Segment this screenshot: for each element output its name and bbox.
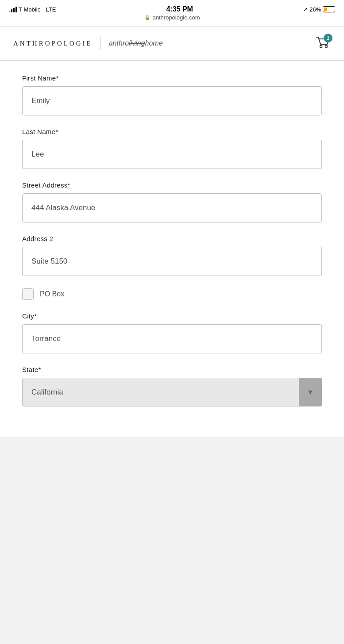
address2-input[interactable] — [22, 247, 322, 276]
city-input[interactable] — [22, 324, 322, 353]
living-text: living — [129, 39, 145, 47]
state-select[interactable]: California Alabama Alaska Arizona Arkans… — [22, 378, 322, 406]
last-name-group: Last Name* — [22, 128, 322, 169]
cart-badge: 1 — [324, 34, 332, 42]
city-label: City* — [22, 312, 322, 320]
battery-icon — [323, 6, 335, 12]
cart-button[interactable]: 1 — [315, 35, 331, 51]
logo-divider — [100, 37, 101, 50]
battery-indicator: ↗ 26% — [303, 6, 335, 13]
lock-icon: 🔒 — [144, 15, 151, 20]
state-group: State* California Alabama Alaska Arizona… — [22, 366, 322, 406]
last-name-label: Last Name* — [22, 128, 322, 135]
po-box-checkbox[interactable] — [22, 288, 34, 300]
status-time: 4:35 PM — [166, 5, 193, 13]
address2-label: Address 2 — [22, 235, 322, 242]
address2-group: Address 2 — [22, 235, 322, 276]
anthropologie-logo[interactable]: ANTHROPOLOGIE — [13, 40, 93, 47]
location-icon: ↗ — [303, 6, 308, 12]
signal-bar-1 — [9, 11, 10, 12]
state-select-wrapper: California Alabama Alaska Arizona Arkans… — [22, 378, 322, 406]
form-container: First Name* Last Name* Street Address* A… — [0, 61, 344, 437]
signal-bars — [9, 6, 17, 12]
bottom-spacer — [0, 437, 344, 472]
city-group: City* — [22, 312, 322, 353]
carrier-label: T-Mobile — [19, 6, 41, 13]
signal-bar-3 — [13, 8, 15, 12]
state-label: State* — [22, 366, 322, 373]
battery-percent-label: 26% — [309, 6, 321, 13]
svg-point-1 — [325, 46, 328, 48]
signal-bar-2 — [11, 9, 12, 12]
anthroliving-logo[interactable]: anthrolivinghome — [109, 39, 163, 47]
home-text: home — [145, 39, 163, 47]
logo-section: ANTHROPOLOGIE anthrolivinghome — [13, 37, 163, 50]
first-name-input[interactable] — [22, 86, 322, 115]
street-address-group: Street Address* — [22, 181, 322, 222]
anthro-text: anthro — [109, 39, 129, 47]
url-bar: 🔒 anthropologie.com — [9, 14, 335, 21]
signal-indicator: T-Mobile LTE — [9, 6, 56, 13]
url-text: anthropologie.com — [153, 14, 200, 21]
first-name-group: First Name* — [22, 74, 322, 115]
po-box-group: PO Box — [22, 288, 322, 300]
nav-bar: ANTHROPOLOGIE anthrolivinghome 1 — [0, 27, 344, 61]
street-address-label: Street Address* — [22, 181, 322, 189]
street-address-input[interactable] — [22, 193, 322, 222]
status-bar: T-Mobile LTE 4:35 PM ↗ 26% 🔒 anthropolog… — [0, 0, 344, 27]
svg-point-0 — [320, 46, 322, 48]
last-name-input[interactable] — [22, 140, 322, 169]
po-box-label: PO Box — [40, 290, 64, 298]
first-name-label: First Name* — [22, 74, 322, 82]
signal-bar-4 — [15, 7, 17, 12]
network-label: LTE — [46, 6, 56, 13]
